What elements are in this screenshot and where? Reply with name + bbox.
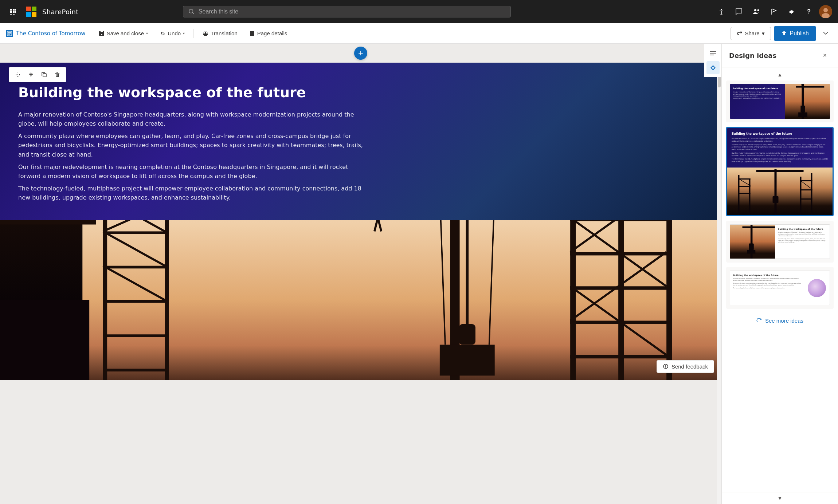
- design-idea-4[interactable]: Building the workspace of the future A m…: [726, 267, 834, 309]
- avatar[interactable]: [819, 5, 832, 18]
- see-more-ideas-button[interactable]: See more ideas: [726, 313, 834, 328]
- panel-close-button[interactable]: ×: [819, 50, 831, 61]
- svg-rect-1: [13, 9, 15, 11]
- collapse-button[interactable]: [819, 27, 832, 40]
- search-icon: [188, 8, 195, 15]
- rail-property-icon[interactable]: [706, 47, 720, 60]
- panel-scroll-down: ▼: [722, 492, 838, 504]
- svg-point-12: [757, 9, 759, 11]
- people-icon[interactable]: [749, 4, 764, 19]
- nav-icons-group: ?: [714, 4, 832, 19]
- undo-button[interactable]: Undo ▾: [155, 27, 189, 40]
- svg-rect-76: [773, 196, 779, 203]
- svg-rect-74: [756, 170, 804, 172]
- svg-rect-68: [796, 86, 824, 88]
- svg-rect-55: [570, 355, 672, 358]
- construction-svg: [0, 220, 721, 380]
- design-ideas-panel: Design ideas × ▲ Building the workspace …: [721, 44, 838, 504]
- svg-rect-72: [727, 168, 833, 215]
- add-section-button[interactable]: +: [354, 47, 367, 60]
- svg-rect-32: [103, 334, 169, 337]
- panel-scroll-area[interactable]: ▲ Building the workspace of the future A…: [722, 67, 838, 492]
- idea-1-image: [785, 84, 830, 119]
- side-rail: [704, 44, 721, 77]
- toolbar-right: Share ▾ Publish: [731, 26, 832, 41]
- svg-rect-19: [8, 34, 10, 35]
- save-close-chevron: ▾: [146, 31, 148, 35]
- svg-rect-71: [798, 113, 807, 117]
- delete-section-button[interactable]: [51, 69, 63, 80]
- idea-3-preview: Building the workspace of the future A m…: [730, 224, 830, 259]
- main-area: +: [0, 44, 838, 504]
- idea-2-text: Building the workspace of the future A m…: [727, 128, 833, 168]
- help-icon[interactable]: ?: [802, 4, 816, 19]
- svg-rect-87: [800, 198, 812, 200]
- scroll-up-button[interactable]: ▲: [778, 72, 783, 78]
- rail-design-button[interactable]: [706, 61, 720, 74]
- svg-rect-86: [800, 189, 812, 190]
- svg-rect-3: [10, 11, 12, 13]
- panel-title: Design ideas: [729, 52, 776, 59]
- duplicate-section-button[interactable]: [38, 69, 50, 80]
- publish-button[interactable]: Publish: [774, 26, 816, 41]
- share-button[interactable]: Share ▾: [731, 27, 771, 40]
- accessibility-icon[interactable]: [714, 4, 729, 19]
- chat-icon[interactable]: [732, 4, 746, 19]
- svg-rect-5: [15, 11, 16, 13]
- svg-rect-53: [570, 286, 672, 290]
- translation-icon: [203, 31, 208, 36]
- svg-point-20: [30, 74, 32, 75]
- design-idea-1[interactable]: Building the workspace of the future A m…: [726, 80, 834, 122]
- see-more-label: See more ideas: [765, 318, 803, 324]
- canvas-scrollbar[interactable]: [717, 44, 721, 504]
- duplicate-icon: [41, 72, 47, 78]
- send-feedback-label: Send feedback: [671, 363, 708, 370]
- svg-rect-31: [103, 300, 169, 303]
- hero-para-2: A community plaza where employees can ga…: [18, 131, 368, 160]
- move-section-button[interactable]: [12, 69, 24, 80]
- page-details-button[interactable]: Page details: [245, 27, 292, 40]
- idea-3-text: Building the workspace of the future A m…: [775, 225, 830, 259]
- page-brand: The Contoso of Tomorrow: [6, 30, 86, 37]
- design-idea-3[interactable]: Building the workspace of the future A m…: [726, 221, 834, 263]
- move-icon: [15, 72, 21, 78]
- delete-icon: [54, 72, 60, 78]
- section-toolbar: [9, 67, 66, 82]
- idea-1-text: Building the workspace of the future A m…: [730, 84, 785, 119]
- search-container: [183, 6, 511, 17]
- svg-rect-70: [801, 106, 805, 113]
- refresh-icon: [756, 318, 762, 324]
- idea-4-circle: [808, 279, 826, 297]
- svg-rect-95: [710, 51, 716, 52]
- section-settings-button[interactable]: [25, 69, 37, 80]
- svg-rect-2: [15, 9, 16, 11]
- microsoft-logo: [26, 7, 36, 17]
- scroll-down-button[interactable]: ▼: [778, 495, 783, 501]
- search-input[interactable]: [199, 8, 506, 15]
- page-details-label: Page details: [257, 30, 287, 36]
- svg-rect-91: [743, 227, 775, 228]
- translation-button[interactable]: Translation: [198, 27, 242, 40]
- save-icon: [99, 31, 105, 36]
- hero-para-3: Our first major redevelopment is nearing…: [18, 162, 368, 181]
- send-feedback-button[interactable]: Send feedback: [657, 360, 714, 373]
- idea-3-image: [730, 225, 775, 259]
- svg-rect-0: [10, 9, 12, 11]
- svg-rect-21: [43, 74, 46, 77]
- translation-label: Translation: [211, 30, 238, 36]
- svg-rect-94: [747, 250, 755, 253]
- flag-icon[interactable]: [767, 4, 781, 19]
- design-idea-2[interactable]: Building the workspace of the future A m…: [726, 127, 834, 216]
- undo-icon: [160, 31, 165, 36]
- waffle-icon[interactable]: [6, 4, 20, 19]
- undo-chevron: ▾: [183, 31, 185, 35]
- hero-section-wrapper: Building the workspace of the future A m…: [0, 63, 721, 380]
- svg-point-11: [754, 9, 756, 11]
- svg-rect-41: [459, 324, 475, 345]
- save-close-button[interactable]: Save and close ▾: [94, 27, 153, 40]
- svg-rect-78: [749, 178, 751, 215]
- settings-icon[interactable]: [784, 4, 799, 19]
- hero-title: Building the workspace of the future: [18, 84, 703, 101]
- hero-para-1: A major renovation of Contoso's Singapor…: [18, 110, 368, 129]
- undo-label: Undo: [168, 30, 181, 36]
